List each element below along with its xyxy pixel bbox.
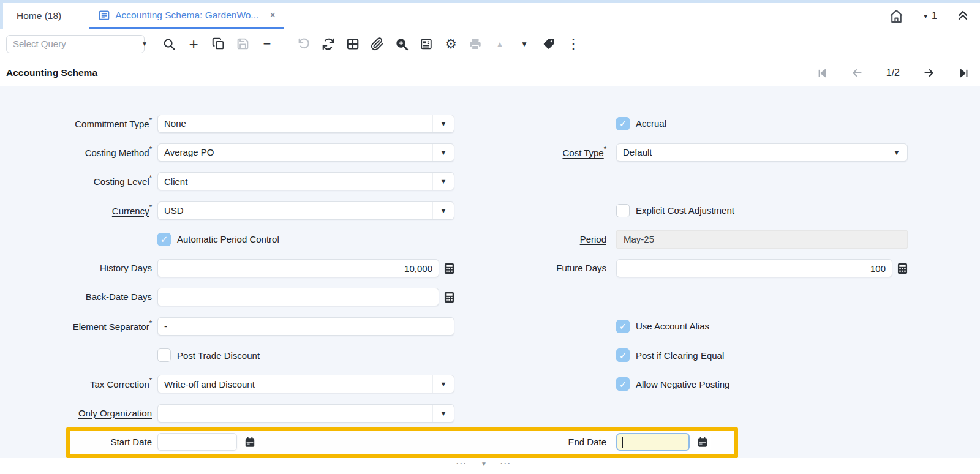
- search-icon[interactable]: [157, 32, 181, 56]
- tab-accounting-schema[interactable]: Accounting Schema: GardenWo... ×: [89, 3, 284, 29]
- app-window: Home (18) Accounting Schema: GardenWo...…: [0, 0, 980, 474]
- next-record-icon[interactable]: [923, 67, 935, 79]
- form-row: Currency* USD▼: [5, 196, 454, 225]
- undo-icon: [292, 32, 316, 56]
- expand-icon[interactable]: ▼: [512, 32, 537, 56]
- grid-toggle-icon[interactable]: [341, 32, 365, 56]
- automatic-period-control-checkbox[interactable]: ✓ Automatic Period Control: [157, 233, 279, 246]
- chevron-down-icon: ▼: [922, 13, 929, 20]
- history-days-label: History Days: [100, 263, 152, 273]
- form-row: ✓ Use Account Alias: [527, 312, 908, 340]
- new-record-icon[interactable]: +: [181, 32, 206, 56]
- attachment-icon[interactable]: [365, 32, 390, 56]
- currency-label-link[interactable]: Currency: [112, 206, 149, 216]
- form-row: ✓ Accrual: [527, 109, 908, 138]
- future-days-label: Future Days: [556, 263, 606, 273]
- form-row: End Date: [527, 427, 908, 456]
- select-query-input[interactable]: [7, 39, 141, 49]
- form-row: Period May-25: [527, 225, 908, 254]
- customize-tag-icon[interactable]: [537, 32, 561, 56]
- period-readonly-field: May-25: [616, 230, 908, 249]
- form-area: Commitment Type* None▼ Costing Method* A…: [0, 86, 980, 458]
- only-organization-select[interactable]: ▼: [157, 404, 454, 423]
- delete-record-icon[interactable]: −: [255, 32, 279, 56]
- record-pager: 1/2: [817, 67, 969, 79]
- drag-dots-icon: ···: [500, 459, 511, 468]
- cost-type-label-link[interactable]: Cost Type: [562, 148, 603, 158]
- title-bar: Accounting Schema 1/2: [0, 59, 980, 86]
- chevron-down-icon[interactable]: ▼: [432, 202, 454, 219]
- window-selector[interactable]: ▼ 1: [922, 10, 937, 21]
- window-count: 1: [932, 10, 937, 21]
- form-row: Commitment Type* None▼: [5, 109, 454, 138]
- use-account-alias-checkbox[interactable]: ✓ Use Account Alias: [616, 320, 709, 333]
- check-icon: ✓: [619, 322, 627, 331]
- element-separator-input[interactable]: -: [157, 317, 454, 336]
- last-record-icon[interactable]: [959, 68, 969, 78]
- costing-method-select[interactable]: Average PO▼: [157, 143, 454, 162]
- form-row-empty: [527, 283, 908, 312]
- form-row: ✓ Post Trade Discount: [5, 340, 454, 369]
- report-icon[interactable]: [414, 32, 439, 56]
- save-icon: [230, 32, 255, 56]
- calculator-icon[interactable]: [897, 263, 908, 274]
- form-row: Tax Correction* Write-off and Discount▼: [5, 370, 454, 399]
- end-date-label: End Date: [568, 437, 606, 447]
- close-icon[interactable]: ×: [270, 10, 276, 20]
- chevron-down-icon[interactable]: ▼: [432, 375, 454, 393]
- cost-type-select[interactable]: Default▼: [616, 143, 908, 162]
- calendar-icon[interactable]: [241, 434, 258, 451]
- history-days-input[interactable]: 10,000: [157, 259, 439, 277]
- calculator-icon[interactable]: [444, 292, 454, 303]
- previous-record-icon[interactable]: [851, 67, 863, 79]
- refresh-icon[interactable]: [316, 32, 341, 56]
- form-row: Costing Method* Average PO▼: [5, 138, 454, 167]
- select-query-combo[interactable]: ▼: [6, 35, 145, 53]
- post-if-clearing-equal-checkbox[interactable]: ✓ Post if Clearing Equal: [616, 348, 724, 362]
- page-title: Accounting Schema: [6, 67, 97, 78]
- calculator-icon[interactable]: [444, 263, 454, 274]
- more-actions-icon[interactable]: ⋮: [561, 32, 586, 56]
- start-date-input[interactable]: [157, 433, 237, 451]
- back-date-days-input[interactable]: [157, 288, 439, 306]
- panel-splitter-handle[interactable]: ··· ▼ ···: [456, 459, 511, 468]
- post-trade-discount-checkbox[interactable]: ✓ Post Trade Discount: [157, 348, 260, 362]
- calendar-icon[interactable]: [694, 434, 711, 451]
- only-organization-label-link[interactable]: Only Organization: [78, 408, 152, 418]
- print-icon: [463, 32, 488, 56]
- chevron-down-icon[interactable]: ▼: [886, 144, 907, 161]
- chevron-down-icon[interactable]: ▼: [432, 144, 454, 161]
- tax-correction-select[interactable]: Write-off and Discount▼: [157, 375, 454, 393]
- form-row: Element Separator* -: [5, 312, 454, 340]
- text-cursor: [622, 437, 623, 448]
- collapse-header-icon[interactable]: [956, 9, 970, 23]
- costing-level-select[interactable]: Client▼: [157, 172, 454, 190]
- costing-level-label: Costing Level: [94, 176, 149, 187]
- allow-negative-posting-checkbox[interactable]: ✓ Allow Negative Posting: [616, 377, 729, 391]
- commitment-type-select[interactable]: None▼: [157, 115, 454, 133]
- check-icon: ✓: [160, 235, 168, 244]
- form-row: ✓ Automatic Period Control: [5, 225, 454, 254]
- back-date-days-label: Back-Date Days: [86, 292, 152, 302]
- end-date-input[interactable]: [616, 433, 690, 451]
- first-record-icon[interactable]: [817, 68, 827, 78]
- tab-bar: Home (18) Accounting Schema: GardenWo...…: [3, 3, 980, 29]
- home-icon[interactable]: [889, 9, 904, 24]
- future-days-input[interactable]: 100: [616, 259, 892, 277]
- chevron-down-icon[interactable]: ▼: [432, 173, 454, 190]
- toolbar: ▼ + −: [0, 29, 980, 59]
- accrual-checkbox[interactable]: ✓ Accrual: [616, 117, 666, 130]
- currency-select[interactable]: USD▼: [157, 201, 454, 220]
- period-label-link[interactable]: Period: [580, 234, 606, 244]
- chevron-down-icon[interactable]: ▼: [432, 405, 454, 422]
- process-gear-icon[interactable]: ⚙: [439, 32, 463, 56]
- form-row-empty: [527, 399, 908, 427]
- chevron-down-icon[interactable]: ▼: [141, 36, 148, 53]
- chevron-down-icon[interactable]: ▼: [432, 115, 454, 132]
- copy-record-icon[interactable]: [206, 32, 230, 56]
- tab-home[interactable]: Home (18): [3, 3, 78, 29]
- zoom-across-icon[interactable]: [390, 32, 414, 56]
- form-row: ✓ Explicit Cost Adjustment: [527, 196, 908, 225]
- check-icon: ✓: [619, 119, 627, 128]
- explicit-cost-adjustment-checkbox[interactable]: ✓ Explicit Cost Adjustment: [616, 204, 734, 217]
